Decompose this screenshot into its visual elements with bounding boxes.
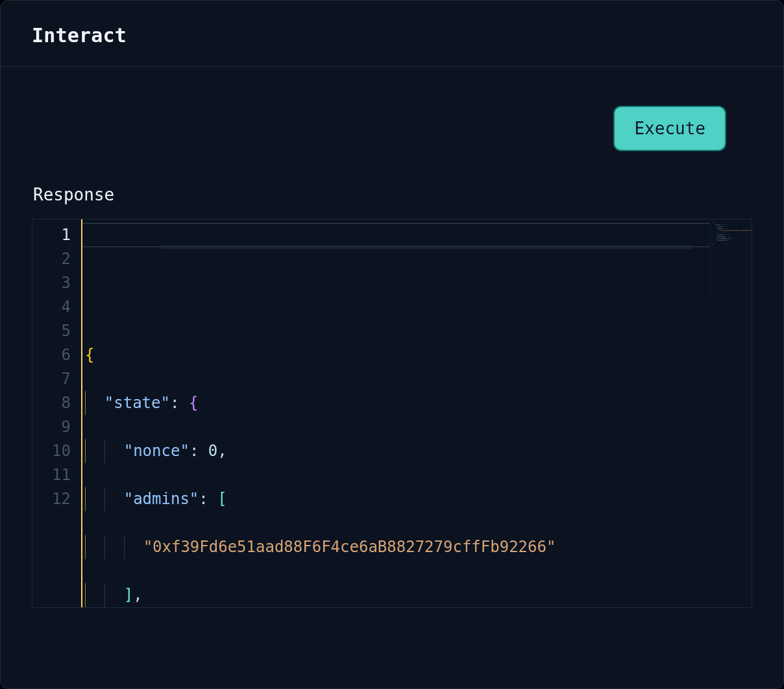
code-editor[interactable]: 123456789101112 { "state": { "nonce": 0,… — [32, 219, 752, 608]
line-number: 12 — [52, 487, 71, 511]
line-number: 6 — [52, 343, 71, 367]
line-number-gutter: 123456789101112 — [32, 219, 81, 607]
line-number: 3 — [52, 271, 71, 295]
current-line-highlight — [82, 223, 752, 247]
code-content: { "state": { "nonce": 0, "admins": [ "0x… — [82, 319, 744, 608]
line-number: 10 — [52, 439, 71, 463]
line-number: 2 — [52, 247, 71, 271]
line-number: 9 — [52, 415, 71, 439]
code-area[interactable]: { "state": { "nonce": 0, "admins": [ "0x… — [81, 219, 752, 607]
panel-body: Execute Response 123456789101112 { "stat… — [1, 67, 783, 639]
action-bar: Execute — [32, 67, 752, 185]
line-number: 1 — [52, 223, 71, 247]
line-number: 5 — [52, 319, 71, 343]
panel-title: Interact — [32, 24, 752, 47]
interact-panel: Interact Execute Response 12345678910111… — [0, 0, 784, 689]
response-label: Response — [33, 185, 752, 204]
line-number: 11 — [52, 463, 71, 487]
line-number: 8 — [52, 391, 71, 415]
horizontal-scrollbar[interactable] — [160, 245, 693, 249]
minimap[interactable]: { "state": { "nonce": 0, "admins": [ "0x… — [710, 219, 752, 297]
panel-header: Interact — [1, 1, 783, 67]
line-number: 4 — [52, 295, 71, 319]
execute-button[interactable]: Execute — [613, 106, 726, 151]
response-editor: 123456789101112 { "state": { "nonce": 0,… — [32, 219, 752, 608]
line-number: 7 — [52, 367, 71, 391]
